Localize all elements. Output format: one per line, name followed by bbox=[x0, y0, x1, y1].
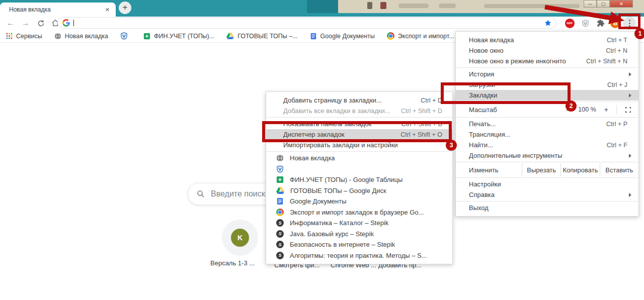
tab-close-icon[interactable]: ✕ bbox=[103, 6, 112, 14]
submenu-arrow-icon bbox=[629, 93, 631, 97]
menu-item-print[interactable]: Печать... Ctrl + P bbox=[456, 119, 638, 129]
menu-shortcut: Ctrl + D bbox=[421, 97, 442, 104]
background-icon bbox=[439, 4, 456, 8]
copy-button[interactable]: Копировать bbox=[560, 163, 599, 176]
submenu-arrow-icon bbox=[629, 193, 631, 197]
menu-label: Найти... bbox=[469, 141, 493, 149]
menu-item-history[interactable]: История bbox=[456, 69, 638, 79]
fullscreen-button[interactable] bbox=[616, 105, 633, 115]
browser-tab[interactable]: Новая вкладка ✕ bbox=[0, 3, 116, 17]
thumbnail-caption: Версаль 1-3 ... bbox=[210, 259, 255, 267]
shield-extension-icon[interactable] bbox=[580, 17, 591, 30]
menu-label: Новая вкладка bbox=[469, 36, 514, 44]
submenu-arrow-icon bbox=[629, 154, 631, 158]
menu-item-incognito[interactable]: Новое окно в режиме инкогнито Ctrl + Shi… bbox=[456, 56, 638, 66]
edit-label: Изменить bbox=[456, 163, 522, 176]
bookmark-star-icon[interactable] bbox=[544, 19, 552, 27]
menu-separator bbox=[266, 117, 452, 118]
forward-icon[interactable]: → bbox=[19, 17, 32, 30]
chrome-icon bbox=[387, 32, 394, 40]
menu-separator bbox=[456, 67, 638, 68]
paste-button[interactable]: Вставить bbox=[600, 163, 638, 176]
bookmark-link[interactable]: Алгоритмы: теория и практика. Методы – S… bbox=[266, 250, 452, 261]
bookmarks-bar-item-shield[interactable] bbox=[120, 32, 131, 40]
menu-label: Масштаб bbox=[469, 106, 497, 114]
bookmarks-bar-item-services[interactable]: Сервисы bbox=[6, 33, 42, 40]
new-tab-button[interactable]: + bbox=[119, 2, 131, 14]
tab-title: Новая вкладка bbox=[9, 6, 103, 13]
menu-label: Новое окно в режиме инкогнито bbox=[469, 57, 566, 65]
bookmark-link[interactable]: ФИН.УЧЕТ (ТОПы) - Google Таблицы bbox=[266, 174, 452, 185]
bookmark-label: Безопасность в интернете – Stepik bbox=[290, 241, 395, 248]
menu-label: Выход bbox=[469, 204, 489, 212]
annotation-box-step2 bbox=[441, 82, 571, 104]
menu-item-new-window[interactable]: Новое окно Ctrl + N bbox=[456, 45, 638, 56]
bookmark-label: Google Документы bbox=[290, 197, 347, 205]
bookmark-link[interactable] bbox=[266, 164, 452, 175]
bookmark-label: Экспорт и импорт закладок в браузере Go.… bbox=[290, 209, 424, 216]
bookmark-label: Java. Базовый курс – Stepik bbox=[290, 230, 374, 238]
menu-item-new-tab[interactable]: Новая вкладка Ctrl + T bbox=[456, 35, 638, 45]
bookmarks-bar-item-finuchet[interactable]: ФИН.УЧЕТ (ТОПы)... bbox=[143, 33, 214, 40]
bookmarks-bar-item-gotovye[interactable]: ГОТОВЫЕ ТОПы –... bbox=[226, 33, 297, 40]
bookmarks-bar-item-docs[interactable]: Google Документы bbox=[310, 33, 375, 40]
menu-item-more-tools[interactable]: Дополнительные инструменты bbox=[456, 150, 638, 161]
bookmark-link[interactable]: Google Документы bbox=[266, 196, 452, 207]
menu-separator bbox=[266, 151, 452, 152]
menu-label: Трансляция... bbox=[469, 131, 511, 138]
extensions-puzzle-icon[interactable] bbox=[595, 17, 606, 30]
cut-button[interactable]: Вырезать bbox=[522, 163, 560, 176]
annotation-box-step3 bbox=[262, 121, 452, 142]
menu-item-exit[interactable]: Выход bbox=[456, 203, 638, 213]
menu-shortcut: Ctrl + P bbox=[606, 121, 633, 128]
adblock-extension-icon[interactable] bbox=[564, 17, 575, 30]
bookmark-label: ГОТОВЫЕ ТОПы – Google Диск bbox=[290, 187, 386, 194]
bookmark-link[interactable]: Новая вкладка bbox=[266, 153, 452, 164]
drive-icon bbox=[276, 187, 284, 194]
menu-label: Импортировать закладки и настройки bbox=[283, 141, 398, 149]
bookmark-label: ФИН.УЧЕТ (ТОПы)... bbox=[154, 33, 214, 40]
docs-icon bbox=[310, 33, 317, 40]
menu-item-edit-row: Изменить Вырезать Копировать Вставить bbox=[456, 163, 638, 176]
window-close-button[interactable]: ✕ bbox=[610, 0, 633, 8]
menu-label: Новое окно bbox=[469, 47, 504, 54]
bookmark-link[interactable]: Java. Базовый курс – Stepik bbox=[266, 229, 452, 240]
menu-shortcut: Ctrl + T bbox=[607, 37, 633, 44]
browser-toolbar: ← → B bbox=[0, 17, 644, 30]
menu-item-settings[interactable]: Настройки bbox=[456, 179, 638, 189]
sheets-icon bbox=[143, 33, 150, 40]
window-minimize-button[interactable]: ─ bbox=[584, 0, 597, 8]
bookmark-link[interactable]: ГОТОВЫЕ ТОПы – Google Диск bbox=[266, 185, 452, 196]
bookmarks-bar-item-new-tab[interactable]: Новая вкладка bbox=[54, 33, 108, 40]
title-bar: ─ ▢ ✕ Новая вкладка ✕ + bbox=[0, 0, 644, 17]
chrome-menu: Новая вкладка Ctrl + T Новое окно Ctrl +… bbox=[455, 31, 639, 217]
annotation-box-step1 bbox=[618, 14, 640, 29]
bookmark-link[interactable]: Экспорт и импорт закладок в браузере Go.… bbox=[266, 207, 452, 218]
menu-item-find[interactable]: Найти... Ctrl + F bbox=[456, 140, 638, 150]
menu-item-help[interactable]: Справка bbox=[456, 189, 638, 200]
bookmark-label: Новая вкладка bbox=[65, 33, 108, 40]
shortcut-thumbnail[interactable]: K bbox=[222, 220, 258, 256]
submenu-arrow-icon bbox=[629, 72, 631, 76]
address-bar[interactable] bbox=[57, 17, 556, 29]
menu-separator bbox=[456, 201, 638, 202]
back-icon[interactable]: ← bbox=[4, 17, 17, 30]
bookmark-label: Алгоритмы: теория и практика. Методы – S… bbox=[290, 252, 427, 259]
bookmark-link[interactable]: Информатика – Каталог – Stepik bbox=[266, 218, 452, 229]
menu-item-bookmark-page[interactable]: Добавить страницу в закладки... Ctrl + D bbox=[266, 95, 452, 106]
reload-icon[interactable] bbox=[34, 17, 47, 30]
menu-separator bbox=[456, 177, 638, 178]
annotation-number-3: 3 bbox=[446, 140, 457, 151]
menu-shortcut: Ctrl + F bbox=[607, 142, 633, 149]
bookmark-label: Экспорт и импорт... bbox=[398, 33, 454, 40]
bookmarks-bar-item-export[interactable]: Экспорт и импорт... bbox=[387, 32, 454, 40]
menu-item-cast[interactable]: Трансляция... bbox=[456, 129, 638, 140]
thumbnail-letter: K bbox=[231, 229, 249, 247]
stepik-icon bbox=[276, 230, 284, 238]
bookmark-link[interactable]: Безопасность в интернете – Stepik bbox=[266, 239, 452, 250]
menu-label: История bbox=[469, 70, 494, 78]
window-maximize-button[interactable]: ▢ bbox=[597, 0, 610, 8]
search-placeholder: Введите поиско bbox=[211, 189, 270, 198]
zoom-in-button[interactable]: + bbox=[604, 106, 608, 114]
stepik-icon bbox=[276, 219, 284, 227]
